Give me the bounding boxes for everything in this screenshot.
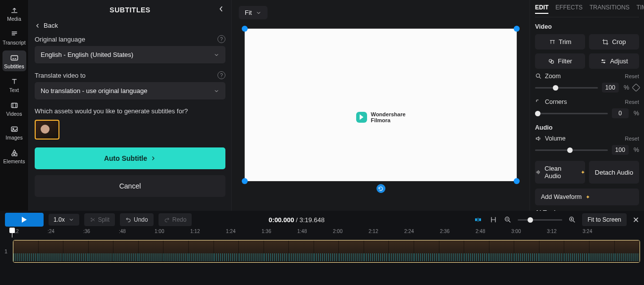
auto-subtitle-label: Auto Subtitle [104,154,147,162]
filter-button[interactable]: Filter [535,53,585,69]
svg-point-10 [536,74,539,77]
total-time: 3:19.648 [300,216,325,224]
preview-canvas: Fit Wondershare Filmora [232,0,530,211]
timeline-ruler[interactable]: :12 :24 :36 :48 1:00 1:12 1:24 1:36 1:48… [0,229,644,238]
chevron-left-icon [35,23,41,29]
redo-label: Redo [172,216,187,223]
auto-subtitle-button[interactable]: Auto Subtitle [35,147,225,169]
asset-thumbnail[interactable] [35,120,59,140]
play-button[interactable] [5,213,44,227]
marker-icon[interactable] [489,216,498,224]
rail-transcript[interactable]: Transcript [2,27,26,48]
crop-button[interactable]: Crop [589,34,639,49]
back-button[interactable]: Back [35,20,225,33]
close-icon[interactable]: ✕ [633,215,639,225]
svg-rect-0 [11,56,18,60]
zoom-reset[interactable]: Reset [625,73,639,79]
playhead[interactable] [12,229,12,238]
detach-audio-button[interactable]: Detach Audio [589,161,639,184]
corners-slider[interactable] [535,113,608,114]
ruler-tick: 2:48 [476,229,511,238]
rail-label: Text [9,87,19,93]
corners-reset[interactable]: Reset [625,99,639,105]
chevron-down-icon [68,217,74,223]
rail-label: Media [7,16,21,22]
back-label: Back [44,22,58,29]
refresh-button[interactable] [376,184,385,193]
redo-button: Redo [159,213,192,226]
video-section-label: Video [535,23,639,30]
translate-to-select[interactable]: No translation - use original language [35,82,225,99]
refresh-icon [378,186,383,191]
snap-icon[interactable] [473,216,483,224]
playback-speed-button[interactable]: 1.0x [49,214,79,226]
speed-label: 1.0x [54,216,65,223]
ruler-tick: :24 [48,229,83,238]
zoom-out-icon[interactable] [504,216,512,224]
help-icon[interactable]: ? [217,35,225,43]
tab-transitions[interactable]: TRANSITIONS [590,4,630,14]
tab-effects[interactable]: EFFECTS [555,4,583,14]
original-language-select[interactable]: English - English (United States) [35,46,225,63]
trim-button[interactable]: Trim [535,34,585,49]
rail-images[interactable]: Images [2,122,26,142]
fit-label: Fit to Screen [588,216,621,223]
tab-edit[interactable]: EDIT [535,4,548,14]
adjust-button[interactable]: Adjust [589,53,639,69]
subtitles-panel: SUBTITLES Back Original language ? Engli… [29,0,232,211]
fit-label: Fit [245,9,252,16]
rail-text[interactable]: Text [2,74,26,95]
canvas-fit-dropdown[interactable]: Fit [239,6,268,19]
undo-button[interactable]: Undo [120,213,154,226]
undo-icon [125,217,131,223]
current-time: 0:00.000 [268,216,294,224]
rail-videos[interactable]: Videos [2,98,26,119]
translate-to-value: No translation - use original language [41,87,147,95]
help-icon[interactable]: ? [217,71,225,79]
svg-rect-17 [478,218,478,222]
trim-label: Trim [559,38,572,46]
ruler-tick: 3:12 [547,229,583,238]
collapse-panel-chevron-icon[interactable] [217,5,225,13]
resize-handle[interactable] [514,178,520,184]
ruler-tick: 1:12 [190,229,226,238]
subtitles-icon [9,53,20,62]
timeline: 1.0x Split Undo Redo 0:00.000 / 3:19.648 [0,211,644,285]
resize-handle[interactable] [242,26,248,32]
chevron-down-icon [214,52,219,58]
shapes-icon [9,148,20,157]
timeline-zoom-slider[interactable] [518,219,562,221]
svg-point-14 [91,221,92,222]
time-readout: 0:00.000 / 3:19.648 [268,216,324,224]
percent-unit: % [634,146,639,153]
original-language-value: English - English (United States) [41,51,133,58]
sparkle-icon: ✦ [586,194,590,200]
add-waveform-button[interactable]: Add Waveform ✦ [535,189,639,205]
clean-audio-button[interactable]: Clean Audio ✦ [535,161,585,184]
video-clip[interactable] [13,240,640,263]
corners-icon [535,98,542,105]
rail-media[interactable]: Media [2,3,26,24]
preview-frame[interactable]: Wondershare Filmora [245,29,517,181]
resize-handle[interactable] [514,26,520,32]
volume-icon [535,135,542,142]
resize-handle[interactable] [242,178,248,184]
film-icon [9,101,20,110]
ruler-tick: 1:24 [226,229,262,238]
fit-to-screen-button[interactable]: Fit to Screen [582,213,627,226]
cancel-button[interactable]: Cancel [35,175,225,197]
rail-elements[interactable]: Elements [2,145,26,166]
translate-to-label: Translate video to [35,72,86,79]
inspector-panel: EDIT EFFECTS TRANSITIONS TIMING Video Tr… [530,0,644,211]
rail-subtitles[interactable]: Subtitles [2,50,26,71]
tab-timing[interactable]: TIMING [637,4,644,14]
volume-reset[interactable]: Reset [625,136,639,142]
ruler-tick: 3:24 [583,229,618,238]
filter-icon [548,58,555,65]
volume-slider[interactable] [535,149,608,151]
keyframe-icon[interactable] [632,84,641,92]
zoom-slider[interactable] [535,87,598,89]
ruler-tick: 2:24 [404,229,440,238]
upload-icon [9,6,20,15]
zoom-in-icon[interactable] [568,216,576,224]
